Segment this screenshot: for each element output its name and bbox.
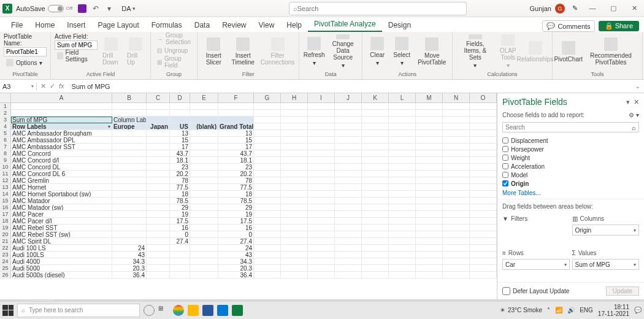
autosave-toggle[interactable]: AutoSave Off [16,5,72,12]
cell-label[interactable]: AMC Ambassador DPL [11,137,112,144]
name-box[interactable]: A3 [0,83,37,90]
tab-formulas[interactable]: Formulas [145,18,188,32]
cell[interactable] [170,110,190,117]
field-checkbox[interactable] [502,172,508,178]
tab-design[interactable]: Design [382,18,417,32]
close-button[interactable]: ✕ [627,4,642,12]
cell[interactable] [218,110,254,117]
row-header[interactable]: 2 [0,110,11,117]
pane-dropdown-icon[interactable]: ▾ [626,98,630,106]
col-header-H[interactable]: H [281,93,308,102]
cell-label[interactable]: AMC Gremlin [11,177,112,184]
row-header[interactable]: 13 [0,184,11,191]
toggle-icon[interactable] [48,5,64,12]
cell[interactable] [389,110,416,117]
pane-search[interactable]: ⌕ [502,122,639,133]
cell[interactable] [362,103,389,110]
col-header-G[interactable]: G [254,93,281,102]
select-all-corner[interactable] [0,93,11,102]
dropdown-icon[interactable]: ▾ [108,123,110,130]
values-field[interactable]: Sum of MPG [572,259,640,270]
cell-column-labels[interactable]: Column Labels▾ [112,117,147,123]
cell-sum-of-mpg[interactable]: Sum of MPG [11,117,112,123]
field-settings-button[interactable]: Field Settings [55,50,98,61]
pivotchart-button[interactable]: PivotChart [556,33,581,70]
cell-label[interactable]: AMC Spirit DL [11,238,112,245]
change-source-button[interactable]: Change Data Source ▾ [328,33,358,70]
tab-page-layout[interactable]: Page Layout [91,18,145,32]
cell-row-labels[interactable]: Row Labels▾ [11,123,112,130]
col-header-E[interactable]: E [190,93,218,102]
rows-area[interactable]: ≡Rows Car [502,248,570,280]
move-pivottable-button[interactable]: Move PivotTable [415,33,448,70]
row-header[interactable]: 20 [0,231,11,238]
field-checkbox[interactable] [502,163,508,169]
cell-label[interactable]: AMC Hornet Sportabout (sw) [11,191,112,198]
row-header[interactable]: 25 [0,265,11,272]
row-header[interactable]: 24 [0,258,11,265]
store-icon[interactable] [217,305,228,316]
cell-label[interactable]: AMC Ambassador SST [11,144,112,150]
cell-label[interactable]: AMC Ambassador Brougham [11,130,112,137]
row-header[interactable]: 22 [0,245,11,252]
cell[interactable] [11,103,112,110]
cell-label[interactable]: Audi 100 LS [11,245,112,252]
col-header-D[interactable]: D [170,93,190,102]
notifications-icon[interactable]: 💬 [634,307,642,313]
row-header[interactable]: 10 [0,164,11,171]
weather-widget[interactable]: ☀23°C Smoke [500,307,542,313]
row-header[interactable]: 18 [0,218,11,225]
field-item[interactable]: Acceleration [502,162,639,171]
col-header-F[interactable]: F [218,93,254,102]
cell-label[interactable]: AMC Concord DL [11,164,112,171]
field-item[interactable]: Horsepower [502,145,639,153]
cell[interactable] [443,103,470,110]
search-input[interactable] [297,5,462,12]
cell[interactable] [470,110,497,117]
row-header[interactable]: 19 [0,225,11,231]
cell[interactable] [281,110,308,117]
filters-area[interactable]: ▼Filters [502,213,570,245]
cell[interactable] [362,110,389,117]
cell[interactable] [389,103,416,110]
cell[interactable] [416,103,443,110]
update-button[interactable]: Update [606,286,639,296]
row-header[interactable]: 15 [0,198,11,204]
col-header-L[interactable]: L [389,93,416,102]
cell-label[interactable]: AMC Concord d/l [11,157,112,164]
save-button[interactable] [77,4,87,13]
cell[interactable] [281,103,308,110]
col-header-J[interactable]: J [335,93,362,102]
fx-icon[interactable]: fx [59,82,64,90]
active-field-input[interactable] [55,40,98,50]
tab-home[interactable]: Home [29,18,61,32]
language-indicator[interactable]: ENG [580,307,593,313]
cell[interactable] [308,110,335,117]
cell-label[interactable]: Audi 5000s (diesel) [11,272,112,279]
columns-area[interactable]: ▥Columns Origin [572,213,640,245]
pivottable-name-input[interactable] [4,47,47,56]
cell[interactable] [254,103,281,110]
more-tables-link[interactable]: More Tables... [497,187,644,199]
insert-slicer-button[interactable]: Insert Slicer [201,33,226,70]
cell-label[interactable]: AMC Matador (sw) [11,204,112,211]
cell-label[interactable]: AMC Matador [11,198,112,204]
formula-input[interactable]: Sum of MPG [68,83,631,90]
col-header-C[interactable]: C [147,93,170,102]
col-header-B[interactable]: B [112,93,147,102]
cell[interactable] [254,110,281,117]
cell-label[interactable]: AMC Rebel SST [11,225,112,231]
row-header[interactable]: 21 [0,238,11,245]
cell-label[interactable]: AMC Concord [11,150,112,157]
clock-time[interactable]: 18:11 [598,304,629,310]
col-header-M[interactable]: M [416,93,443,102]
cell-label[interactable]: Audi 100LS [11,252,112,258]
col-header-I[interactable]: I [308,93,335,102]
gear-icon[interactable]: ⚙ ▾ [629,112,639,118]
row-header[interactable]: 11 [0,171,11,177]
row-header[interactable]: 6 [0,137,11,144]
field-checkbox[interactable] [502,146,508,152]
col-header-O[interactable]: O [470,93,497,102]
field-checkbox[interactable] [502,137,508,144]
share-button[interactable]: 🔒 Share [599,21,639,31]
